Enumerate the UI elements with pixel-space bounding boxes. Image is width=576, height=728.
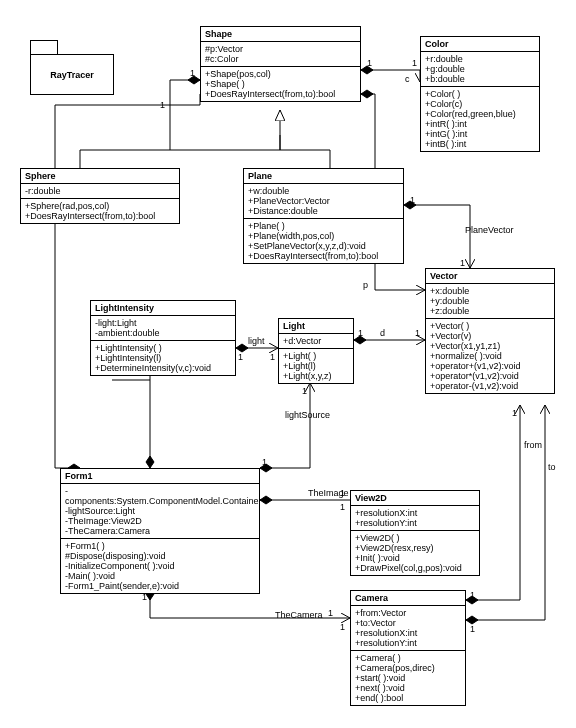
mult-one: 1: [262, 457, 267, 467]
mult-one: 1: [238, 352, 243, 362]
mult-one: 1: [412, 58, 417, 68]
mult-one: 1: [512, 408, 517, 418]
mult-one: 1: [358, 328, 363, 338]
class-view2d: View2D +resolutionX:int +resolutionY:int…: [350, 490, 480, 576]
mult-one: 1: [302, 386, 307, 396]
edge-label-lightsource: lightSource: [285, 410, 330, 420]
edge-label-light: light: [248, 336, 265, 346]
mult-one: 1: [460, 258, 465, 268]
package-label: RayTracer: [50, 70, 94, 80]
edge-label-thecamera: TheCamera: [275, 610, 323, 620]
edge-label-from: from: [524, 440, 542, 450]
mult-one: 1: [270, 352, 275, 362]
mult-one: 1: [415, 328, 420, 338]
class-ops: +Shape(pos,col) +Shape( ) +DoesRayInters…: [201, 67, 360, 101]
mult-one: 1: [470, 590, 475, 600]
edge-label-to: to: [548, 462, 556, 472]
class-title: Shape: [201, 27, 360, 42]
edge-label-d: d: [380, 328, 385, 338]
mult-one: 1: [160, 100, 165, 110]
class-lightintensity: LightIntensity -light:Light -ambient:dou…: [90, 300, 236, 376]
mult-one: 1: [190, 68, 195, 78]
mult-one: 1: [410, 195, 415, 205]
mult-one: 1: [367, 58, 372, 68]
mult-one: 1: [328, 608, 333, 618]
class-camera: Camera +from:Vector +to:Vector +resoluti…: [350, 590, 466, 706]
class-light: Light +d:Vector +Light( ) +Light(l) +Lig…: [278, 318, 354, 384]
class-vector: Vector +x:double +y:double +z:double +Ve…: [425, 268, 555, 394]
edge-label-p: p: [363, 280, 368, 290]
class-sphere: Sphere -r:double +Sphere(rad,pos,col) +D…: [20, 168, 180, 224]
mult-one: 1: [142, 592, 147, 602]
mult-one: 1: [340, 502, 345, 512]
class-color: Color +r:double +g:double +b:double +Col…: [420, 36, 540, 152]
edge-label-planevector: PlaneVector: [465, 225, 514, 235]
mult-one: 1: [340, 488, 345, 498]
class-attrs: #p:Vector #c:Color: [201, 42, 360, 67]
mult-one: 1: [340, 622, 345, 632]
package-raytracer: RayTracer: [30, 40, 114, 95]
mult-one: 1: [470, 624, 475, 634]
class-form1: Form1 -components:System.ComponentModel.…: [60, 468, 260, 594]
class-shape: Shape #p:Vector #c:Color +Shape(pos,col)…: [200, 26, 361, 102]
class-plane: Plane +w:double +PlaneVector:Vector +Dis…: [243, 168, 404, 264]
edge-label-c: c: [405, 74, 410, 84]
